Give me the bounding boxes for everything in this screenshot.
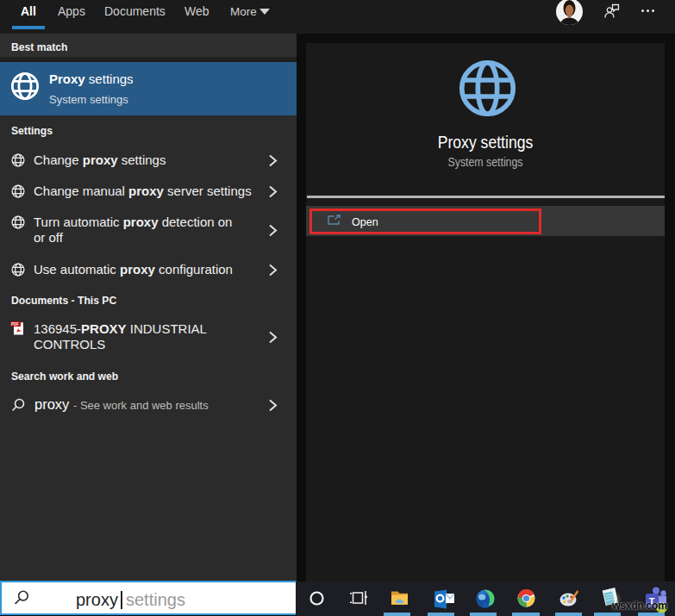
- svg-text:PDF: PDF: [11, 322, 19, 327]
